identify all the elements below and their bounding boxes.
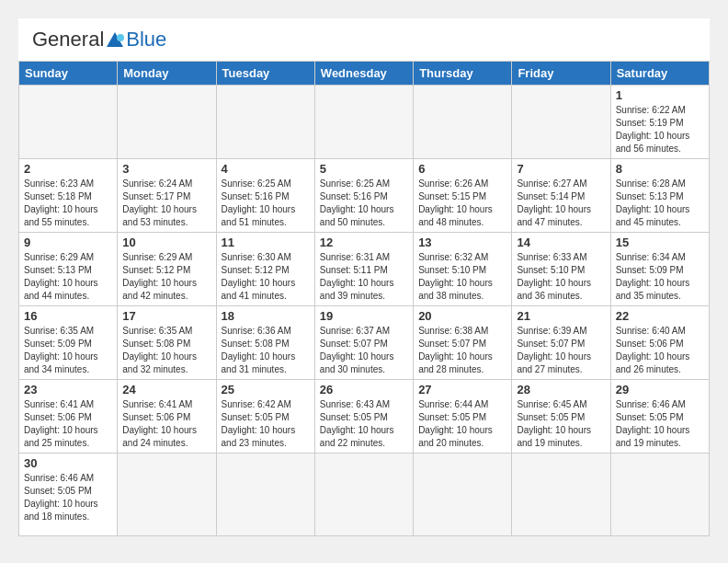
calendar-cell-26: 21Sunrise: 6:39 AM Sunset: 5:07 PM Dayli… xyxy=(512,306,610,380)
day-info-17: Sunrise: 6:35 AM Sunset: 5:08 PM Dayligh… xyxy=(122,325,210,376)
day-number-3: 3 xyxy=(122,162,210,176)
logo: General Blue xyxy=(32,28,166,52)
day-info-25: Sunrise: 6:42 AM Sunset: 5:05 PM Dayligh… xyxy=(222,398,310,450)
calendar-row-1: 1Sunrise: 6:22 AM Sunset: 5:19 PM Daylig… xyxy=(19,86,710,159)
day-number-22: 22 xyxy=(616,309,704,323)
calendar-cell-31: 26Sunrise: 6:43 AM Sunset: 5:05 PM Dayli… xyxy=(314,380,413,454)
calendar-cell-25: 20Sunrise: 6:38 AM Sunset: 5:07 PM Dayli… xyxy=(414,306,512,380)
day-info-3: Sunrise: 6:24 AM Sunset: 5:17 PM Dayligh… xyxy=(122,178,210,229)
calendar-cell-37 xyxy=(216,454,314,536)
day-number-16: 16 xyxy=(24,309,112,323)
weekday-header-friday: Friday xyxy=(512,62,610,86)
calendar-cell-7: 2Sunrise: 6:23 AM Sunset: 5:18 PM Daylig… xyxy=(19,159,118,233)
day-number-25: 25 xyxy=(222,383,310,396)
calendar-cell-36 xyxy=(118,454,216,536)
weekday-header-thursday: Thursday xyxy=(414,62,512,86)
day-info-13: Sunrise: 6:32 AM Sunset: 5:10 PM Dayligh… xyxy=(418,251,506,303)
day-info-6: Sunrise: 6:26 AM Sunset: 5:15 PM Dayligh… xyxy=(418,178,506,229)
calendar-cell-8: 3Sunrise: 6:24 AM Sunset: 5:17 PM Daylig… xyxy=(118,159,216,233)
day-info-4: Sunrise: 6:25 AM Sunset: 5:16 PM Dayligh… xyxy=(222,178,310,229)
calendar-cell-5 xyxy=(512,86,610,159)
logo-general: General xyxy=(32,28,104,52)
calendar-cell-6: 1Sunrise: 6:22 AM Sunset: 5:19 PM Daylig… xyxy=(610,86,709,159)
calendar-cell-24: 19Sunrise: 6:37 AM Sunset: 5:07 PM Dayli… xyxy=(314,306,413,380)
day-number-1: 1 xyxy=(616,88,704,102)
calendar-cell-39 xyxy=(414,454,512,536)
calendar-cell-33: 28Sunrise: 6:45 AM Sunset: 5:05 PM Dayli… xyxy=(512,380,610,454)
weekday-header-tuesday: Tuesday xyxy=(216,62,314,86)
day-info-2: Sunrise: 6:23 AM Sunset: 5:18 PM Dayligh… xyxy=(24,178,112,229)
day-info-22: Sunrise: 6:40 AM Sunset: 5:06 PM Dayligh… xyxy=(616,325,704,376)
day-info-14: Sunrise: 6:33 AM Sunset: 5:10 PM Dayligh… xyxy=(517,251,605,303)
logo-blue: Blue xyxy=(126,28,166,52)
day-info-29: Sunrise: 6:46 AM Sunset: 5:05 PM Dayligh… xyxy=(616,398,704,450)
calendar-cell-14: 9Sunrise: 6:29 AM Sunset: 5:13 PM Daylig… xyxy=(19,233,118,306)
calendar-cell-12: 7Sunrise: 6:27 AM Sunset: 5:14 PM Daylig… xyxy=(512,159,610,233)
weekday-header-sunday: Sunday xyxy=(19,62,118,86)
day-number-8: 8 xyxy=(616,162,704,176)
day-info-26: Sunrise: 6:43 AM Sunset: 5:05 PM Dayligh… xyxy=(320,398,408,450)
weekday-header-row: SundayMondayTuesdayWednesdayThursdayFrid… xyxy=(19,62,710,86)
day-number-18: 18 xyxy=(222,309,310,323)
calendar-cell-21: 16Sunrise: 6:35 AM Sunset: 5:09 PM Dayli… xyxy=(19,306,118,380)
calendar-cell-17: 12Sunrise: 6:31 AM Sunset: 5:11 PM Dayli… xyxy=(314,233,413,306)
calendar-cell-20: 15Sunrise: 6:34 AM Sunset: 5:09 PM Dayli… xyxy=(610,233,709,306)
calendar-cell-30: 25Sunrise: 6:42 AM Sunset: 5:05 PM Dayli… xyxy=(216,380,314,454)
calendar-cell-35: 30Sunrise: 6:46 AM Sunset: 5:05 PM Dayli… xyxy=(19,454,118,536)
day-number-30: 30 xyxy=(24,456,112,470)
day-number-5: 5 xyxy=(320,162,408,176)
day-info-21: Sunrise: 6:39 AM Sunset: 5:07 PM Dayligh… xyxy=(517,325,605,376)
day-number-9: 9 xyxy=(24,236,112,249)
day-number-12: 12 xyxy=(320,236,408,249)
weekday-header-monday: Monday xyxy=(118,62,216,86)
calendar-cell-22: 17Sunrise: 6:35 AM Sunset: 5:08 PM Dayli… xyxy=(118,306,216,380)
day-info-27: Sunrise: 6:44 AM Sunset: 5:05 PM Dayligh… xyxy=(418,398,506,450)
day-number-23: 23 xyxy=(24,383,112,396)
day-info-5: Sunrise: 6:25 AM Sunset: 5:16 PM Dayligh… xyxy=(320,178,408,229)
calendar-cell-11: 6Sunrise: 6:26 AM Sunset: 5:15 PM Daylig… xyxy=(414,159,512,233)
logo-text: General Blue xyxy=(32,28,166,52)
calendar-cell-10: 5Sunrise: 6:25 AM Sunset: 5:16 PM Daylig… xyxy=(314,159,413,233)
day-number-26: 26 xyxy=(320,383,408,396)
day-info-11: Sunrise: 6:30 AM Sunset: 5:12 PM Dayligh… xyxy=(222,251,310,303)
day-info-18: Sunrise: 6:36 AM Sunset: 5:08 PM Dayligh… xyxy=(222,325,310,376)
day-number-15: 15 xyxy=(616,236,704,249)
calendar-cell-34: 29Sunrise: 6:46 AM Sunset: 5:05 PM Dayli… xyxy=(610,380,709,454)
day-info-12: Sunrise: 6:31 AM Sunset: 5:11 PM Dayligh… xyxy=(320,251,408,303)
day-info-20: Sunrise: 6:38 AM Sunset: 5:07 PM Dayligh… xyxy=(418,325,506,376)
calendar-cell-9: 4Sunrise: 6:25 AM Sunset: 5:16 PM Daylig… xyxy=(216,159,314,233)
day-info-28: Sunrise: 6:45 AM Sunset: 5:05 PM Dayligh… xyxy=(517,398,605,450)
day-number-21: 21 xyxy=(517,309,605,323)
logo-icon xyxy=(105,31,125,48)
calendar-cell-2 xyxy=(216,86,314,159)
day-info-9: Sunrise: 6:29 AM Sunset: 5:13 PM Dayligh… xyxy=(24,251,112,303)
day-number-27: 27 xyxy=(418,383,506,396)
calendar-cell-18: 13Sunrise: 6:32 AM Sunset: 5:10 PM Dayli… xyxy=(414,233,512,306)
calendar-cell-3 xyxy=(314,86,413,159)
calendar-container: General Blue SundayMondayTuesdayWednesda… xyxy=(18,18,710,536)
weekday-header-wednesday: Wednesday xyxy=(314,62,413,86)
calendar-cell-4 xyxy=(414,86,512,159)
svg-point-1 xyxy=(117,34,124,41)
day-info-23: Sunrise: 6:41 AM Sunset: 5:06 PM Dayligh… xyxy=(24,398,112,450)
calendar-cell-1 xyxy=(118,86,216,159)
calendar-cell-15: 10Sunrise: 6:29 AM Sunset: 5:12 PM Dayli… xyxy=(118,233,216,306)
day-number-4: 4 xyxy=(222,162,310,176)
calendar-cell-0 xyxy=(19,86,118,159)
day-number-7: 7 xyxy=(517,162,605,176)
calendar-row-2: 2Sunrise: 6:23 AM Sunset: 5:18 PM Daylig… xyxy=(19,159,710,233)
calendar-cell-23: 18Sunrise: 6:36 AM Sunset: 5:08 PM Dayli… xyxy=(216,306,314,380)
day-number-6: 6 xyxy=(418,162,506,176)
day-info-19: Sunrise: 6:37 AM Sunset: 5:07 PM Dayligh… xyxy=(320,325,408,376)
calendar-cell-16: 11Sunrise: 6:30 AM Sunset: 5:12 PM Dayli… xyxy=(216,233,314,306)
day-info-24: Sunrise: 6:41 AM Sunset: 5:06 PM Dayligh… xyxy=(122,398,210,450)
weekday-header-saturday: Saturday xyxy=(610,62,709,86)
day-number-24: 24 xyxy=(122,383,210,396)
calendar-cell-29: 24Sunrise: 6:41 AM Sunset: 5:06 PM Dayli… xyxy=(118,380,216,454)
day-number-14: 14 xyxy=(517,236,605,249)
calendar-cell-27: 22Sunrise: 6:40 AM Sunset: 5:06 PM Dayli… xyxy=(610,306,709,380)
day-number-20: 20 xyxy=(418,309,506,323)
calendar-row-4: 16Sunrise: 6:35 AM Sunset: 5:09 PM Dayli… xyxy=(19,306,710,380)
day-number-29: 29 xyxy=(616,383,704,396)
day-info-1: Sunrise: 6:22 AM Sunset: 5:19 PM Dayligh… xyxy=(616,104,704,155)
